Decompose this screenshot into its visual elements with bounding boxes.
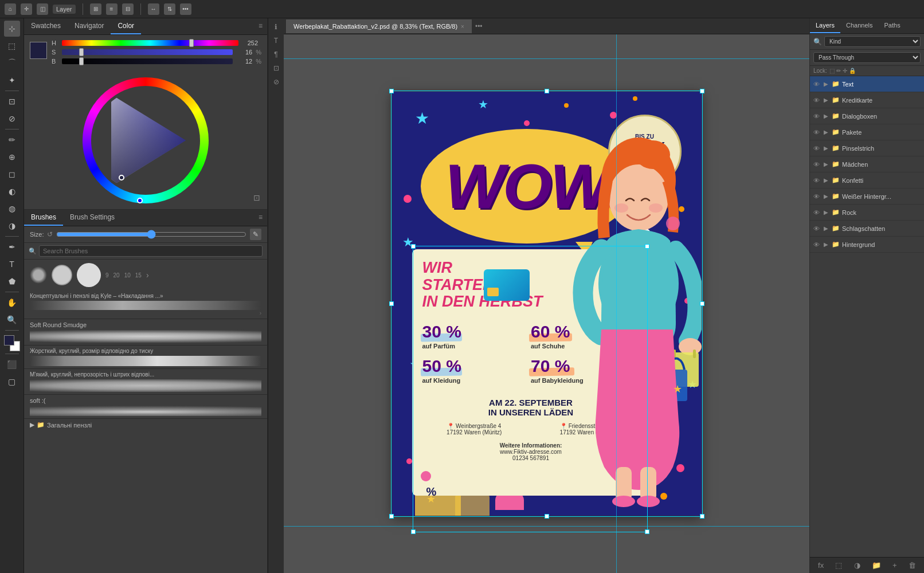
- brush-size-slider[interactable]: [56, 230, 246, 238]
- canvas-more-btn[interactable]: •••: [472, 22, 486, 30]
- clone-tool[interactable]: ⊕: [4, 149, 20, 165]
- layer-item-hintergrund[interactable]: 👁 ▶ 📁 Hintergrund: [810, 237, 924, 253]
- color-wheel-cursor[interactable]: [137, 198, 143, 203]
- brush-thumb-1[interactable]: [30, 266, 47, 284]
- panel-expand-icon[interactable]: ⊡: [253, 193, 260, 202]
- arrow-icon-k[interactable]: ▶: [824, 97, 829, 103]
- indent-icon[interactable]: ¶: [270, 48, 283, 61]
- inner-handle-bl[interactable]: [411, 529, 416, 534]
- s-value[interactable]: 16: [236, 49, 252, 56]
- layer-item-text[interactable]: 👁 ▶ 📁 Text: [810, 76, 924, 92]
- shape-tool[interactable]: ⬟: [4, 273, 20, 289]
- crop-tool[interactable]: ⊡: [4, 93, 20, 109]
- history-icon[interactable]: ⊘: [270, 76, 283, 88]
- lock-transparent-icon[interactable]: ⬚: [829, 68, 835, 74]
- brush-search-input[interactable]: [39, 245, 263, 257]
- arrow-icon-h[interactable]: ▶: [824, 241, 829, 248]
- layers-filter-select[interactable]: Kind: [824, 36, 921, 47]
- arrow-icon-d[interactable]: ▶: [824, 113, 829, 119]
- layer-item-pinselstrich[interactable]: 👁 ▶ 📁 Pinselstrich: [810, 140, 924, 156]
- canvas-tab-close[interactable]: ×: [461, 23, 464, 30]
- layer-item-kreditkarte[interactable]: 👁 ▶ 📁 Kreditkarte: [810, 92, 924, 108]
- type-icon[interactable]: T: [270, 34, 283, 47]
- blur-tool[interactable]: ◍: [4, 201, 20, 217]
- color-triangle-cursor[interactable]: [119, 175, 124, 180]
- blend-mode-select[interactable]: Pass Through: [813, 52, 921, 63]
- brush-tool[interactable]: ✏: [4, 132, 20, 148]
- lock-all-icon[interactable]: 🔒: [849, 68, 856, 74]
- group-layers-icon[interactable]: 📁: [872, 561, 881, 570]
- inner-handle-br[interactable]: [645, 529, 649, 534]
- brush-more-icon[interactable]: ›: [146, 270, 149, 280]
- pen-tool[interactable]: ✒: [4, 239, 20, 255]
- info-icon[interactable]: ℹ: [270, 21, 283, 33]
- move-tool[interactable]: ⊹: [4, 21, 20, 37]
- brush-refresh-icon[interactable]: ↺: [47, 230, 53, 238]
- color-picker[interactable]: [4, 335, 20, 351]
- layer-item-schlagschatten[interactable]: 👁 ▶ 📁 Schlagschatten: [810, 221, 924, 237]
- canvas-viewport[interactable]: ★ ★ ★ ★ ★: [284, 34, 809, 573]
- align-icon[interactable]: ≡: [106, 3, 118, 15]
- add-layer-style-icon[interactable]: fx: [818, 561, 824, 570]
- canvas-tab-main[interactable]: Werbeplakat_Rabattaktion_v2.psd @ 8,33% …: [286, 19, 472, 33]
- arrow-icon-sch[interactable]: ▶: [824, 225, 829, 231]
- arrow-icon-text[interactable]: ▶: [824, 81, 829, 87]
- color-wheel[interactable]: [83, 77, 209, 203]
- layer-item-dialogboxen[interactable]: 👁 ▶ 📁 Dialogboxen: [810, 108, 924, 124]
- tab-swatches[interactable]: Swatches: [24, 18, 68, 34]
- magic-wand-tool[interactable]: ✦: [4, 72, 20, 88]
- lock-position-icon[interactable]: ✛: [843, 68, 847, 74]
- layer-item-weisser[interactable]: 👁 ▶ 📁 Weißer Hintergr...: [810, 189, 924, 205]
- delete-layer-icon[interactable]: 🗑: [909, 561, 916, 570]
- eye-icon-k[interactable]: 👁: [813, 97, 821, 104]
- grid-icon[interactable]: ⊞: [90, 3, 101, 15]
- hue-slider[interactable]: [62, 40, 238, 46]
- arrow-icon-p[interactable]: ▶: [824, 129, 829, 135]
- tab-brushes[interactable]: Brushes: [24, 210, 63, 226]
- layer-item-konfetti[interactable]: 👁 ▶ 📁 Konfetti: [810, 172, 924, 189]
- bright-thumb[interactable]: [79, 57, 84, 65]
- home-icon[interactable]: ⌂: [5, 3, 16, 15]
- lasso-tool[interactable]: ⌒: [4, 55, 20, 71]
- new-layer-icon[interactable]: +: [892, 561, 897, 570]
- eyedropper-tool[interactable]: ⊘: [4, 111, 20, 127]
- eye-icon-p[interactable]: 👁: [813, 129, 821, 136]
- mode-label[interactable]: Layer: [53, 5, 76, 14]
- layer-item-pakete[interactable]: 👁 ▶ 📁 Pakete: [810, 124, 924, 140]
- eye-icon-sch[interactable]: 👁: [813, 225, 821, 232]
- eye-icon-d[interactable]: 👁: [813, 113, 821, 120]
- list-item[interactable]: М'який, круглий, непрозорість і штрих ві…: [24, 369, 267, 395]
- tab-brush-settings[interactable]: Brush Settings: [63, 210, 122, 226]
- arrow-icon-ko[interactable]: ▶: [824, 177, 829, 183]
- list-item[interactable]: Концептуальні і пензлі від Kyle – «Накла…: [24, 291, 267, 319]
- screen-mode[interactable]: ▢: [4, 374, 20, 390]
- brush-edit-btn[interactable]: ✎: [250, 229, 261, 240]
- eye-icon-text[interactable]: 👁: [813, 81, 821, 88]
- eye-icon-w[interactable]: 👁: [813, 193, 821, 200]
- gradient-tool[interactable]: ◐: [4, 183, 20, 199]
- text-tool[interactable]: T: [4, 256, 20, 272]
- foreground-color-swatch[interactable]: [30, 42, 47, 59]
- tab-paths[interactable]: Paths: [879, 18, 906, 33]
- arrow-icon-m[interactable]: ▶: [824, 161, 829, 167]
- tab-channels[interactable]: Channels: [840, 18, 878, 33]
- arrow-icon-w[interactable]: ▶: [824, 193, 829, 199]
- sat-slider[interactable]: [62, 49, 233, 55]
- layer-item-rock[interactable]: 👁 ▶ 📁 Rock: [810, 205, 924, 221]
- list-item[interactable]: soft :(: [24, 395, 267, 419]
- lock-pixels-icon[interactable]: ✏: [836, 68, 841, 74]
- layer-item-madchen[interactable]: 👁 ▶ 📁 Mädchen: [810, 156, 924, 172]
- brushes-menu[interactable]: ≡: [254, 210, 267, 226]
- move-icon[interactable]: ✛: [21, 3, 32, 15]
- add-mask-icon[interactable]: ⬚: [835, 561, 842, 570]
- arrange-icon[interactable]: ⇅: [164, 3, 175, 15]
- distribute-icon[interactable]: ⊟: [122, 3, 134, 15]
- list-item[interactable]: Жорсткий, круглий, розмір відповідно до …: [24, 346, 267, 369]
- transform-icon[interactable]: ↔: [148, 3, 159, 15]
- glyph-icon[interactable]: ⊡: [270, 62, 283, 74]
- hue-thumb[interactable]: [189, 39, 194, 47]
- mask-mode[interactable]: ⬛: [4, 356, 20, 372]
- adjustment-layer-icon[interactable]: ◑: [854, 561, 860, 570]
- b-value[interactable]: 12: [236, 58, 252, 65]
- brush-thumb-3[interactable]: [77, 263, 101, 287]
